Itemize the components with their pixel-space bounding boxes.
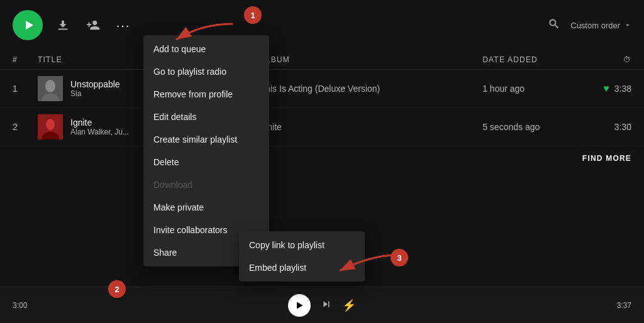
track-title: Ignite bbox=[70, 118, 129, 128]
menu-item-remove-profile[interactable]: Remove from profile bbox=[143, 83, 269, 106]
col-date: DATE ADDED bbox=[482, 55, 594, 64]
annotation-1: 1 bbox=[244, 6, 262, 24]
track-date-added: 1 hour ago bbox=[482, 84, 594, 94]
toolbar: ··· Custom order bbox=[0, 0, 644, 50]
find-more-row: FIND MORE bbox=[0, 146, 644, 170]
menu-item-edit-details[interactable]: Edit details bbox=[143, 106, 269, 128]
custom-order-dropdown[interactable]: Custom order bbox=[570, 21, 631, 30]
track-album: This Is Acting (Deluxe Version) bbox=[260, 84, 483, 94]
menu-item-create-similar[interactable]: Create similar playlist bbox=[143, 128, 269, 151]
more-options-button[interactable]: ··· bbox=[113, 15, 133, 35]
menu-item-playlist-radio[interactable]: Go to playlist radio bbox=[143, 60, 269, 83]
track-duration: ♥ 3:38 bbox=[594, 83, 631, 94]
track-number: 1 bbox=[13, 84, 38, 94]
search-icon[interactable] bbox=[548, 18, 560, 33]
find-more-button[interactable]: FIND MORE bbox=[582, 154, 631, 163]
player-next-button[interactable] bbox=[321, 298, 332, 312]
col-album: ALBUM bbox=[260, 55, 483, 64]
track-album: Ignite bbox=[260, 122, 483, 132]
bottom-player: 3:00 ⚡ 3:37 bbox=[0, 287, 644, 323]
arrow-annotation-1 bbox=[164, 18, 239, 55]
track-duration: 3:30 bbox=[594, 122, 631, 132]
menu-item-delete[interactable]: Delete bbox=[143, 151, 269, 173]
table-row: 2 Ignite Alan Walker, Ju... Ignite 5 sec… bbox=[0, 108, 644, 146]
table-row: 1 Unstoppable Sia This Is Acting (Deluxe… bbox=[0, 70, 644, 108]
menu-item-make-private[interactable]: Make private bbox=[143, 196, 269, 219]
player-connect-icon[interactable]: ⚡ bbox=[342, 298, 356, 312]
track-thumbnail bbox=[38, 114, 63, 140]
table-header: # TITLE ALBUM DATE ADDED ⏱ bbox=[0, 50, 644, 70]
download-icon[interactable] bbox=[53, 15, 73, 35]
play-button[interactable] bbox=[13, 10, 43, 40]
col-num: # bbox=[13, 55, 38, 64]
player-time-end: 3:37 bbox=[617, 301, 631, 310]
annotation-2: 2 bbox=[108, 280, 126, 298]
svg-rect-1 bbox=[58, 29, 68, 30]
player-play-button[interactable] bbox=[288, 294, 311, 317]
toolbar-right: Custom order bbox=[548, 18, 631, 33]
track-title: Unstoppable bbox=[70, 79, 120, 89]
add-user-icon[interactable] bbox=[83, 15, 103, 35]
liked-icon[interactable]: ♥ bbox=[603, 83, 609, 94]
svg-marker-8 bbox=[297, 302, 303, 309]
arrow-annotation-3 bbox=[327, 249, 402, 287]
svg-point-6 bbox=[46, 119, 55, 130]
track-artist: Sia bbox=[70, 89, 120, 98]
col-duration: ⏱ bbox=[594, 55, 631, 64]
menu-item-download: Download bbox=[143, 173, 269, 196]
track-number: 2 bbox=[13, 122, 38, 132]
svg-marker-0 bbox=[26, 21, 33, 30]
svg-point-3 bbox=[45, 80, 55, 92]
track-date-added: 5 seconds ago bbox=[482, 122, 594, 132]
player-time: 3:00 bbox=[13, 301, 27, 310]
track-artist: Alan Walker, Ju... bbox=[70, 128, 129, 136]
player-controls: ⚡ bbox=[288, 294, 356, 317]
track-thumbnail bbox=[38, 76, 63, 101]
